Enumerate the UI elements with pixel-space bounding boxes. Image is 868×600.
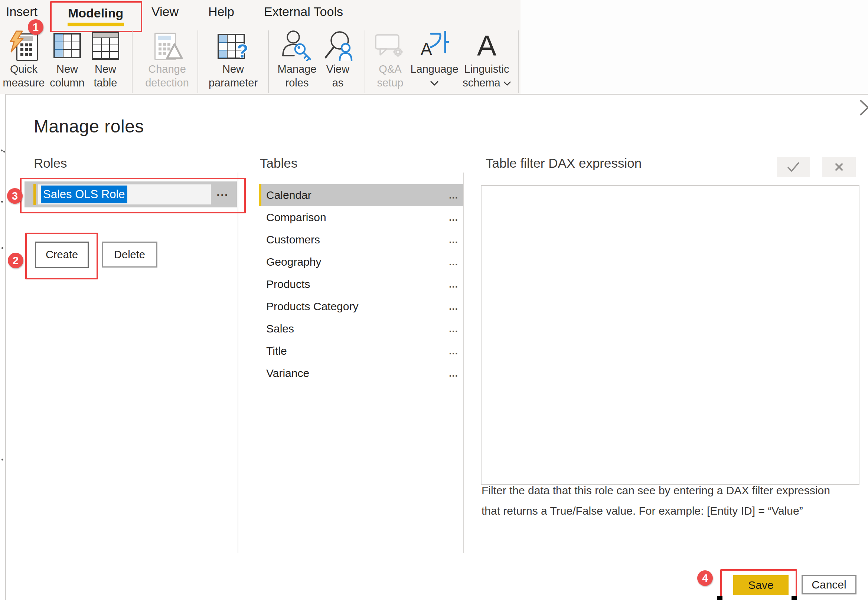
table-options-ellipsis-icon[interactable]: ... bbox=[449, 212, 458, 223]
view-as-button[interactable]: Viewas bbox=[308, 29, 367, 90]
new-table-icon bbox=[92, 29, 119, 62]
cancel-button[interactable]: Cancel bbox=[801, 575, 856, 594]
table-row-item[interactable]: Products Category... bbox=[259, 295, 463, 318]
table-options-ellipsis-icon[interactable]: ... bbox=[449, 256, 458, 268]
annotation-step-1: 1 bbox=[28, 19, 43, 35]
dax-expression-textarea[interactable] bbox=[481, 185, 859, 485]
check-icon bbox=[787, 162, 800, 172]
change-detection-button: Changedetection bbox=[137, 29, 197, 90]
tab-view[interactable]: View bbox=[152, 5, 179, 19]
annotation-handle bbox=[717, 596, 722, 600]
screenshot-artifact-dot bbox=[3, 151, 5, 153]
ribbon-end-area bbox=[520, 0, 868, 94]
annotation-handle bbox=[792, 596, 797, 600]
delete-button[interactable]: Delete bbox=[102, 242, 158, 268]
table-row-item[interactable]: Products... bbox=[259, 273, 463, 295]
annotation-step-4: 4 bbox=[697, 570, 713, 586]
ribbon-separator bbox=[518, 30, 519, 93]
qa-setup-icon bbox=[374, 29, 406, 62]
table-row-item[interactable]: Comparison... bbox=[259, 206, 463, 229]
powerbi-manage-roles-screen: Insert Modeling View Help External Tools bbox=[0, 0, 868, 600]
ribbon-separator bbox=[197, 30, 198, 93]
annotation-step-2: 2 bbox=[8, 253, 23, 268]
ribbon: Insert Modeling View Help External Tools bbox=[0, 0, 868, 94]
dax-helper-line2: that returns a True/False value. For exa… bbox=[481, 505, 803, 517]
table-options-ellipsis-icon[interactable]: ... bbox=[449, 345, 458, 357]
table-name-label: Variance bbox=[266, 367, 309, 380]
screenshot-artifact-dot bbox=[1, 150, 3, 152]
table-options-ellipsis-icon[interactable]: ... bbox=[449, 279, 458, 290]
table-name-label: Title bbox=[266, 345, 287, 357]
table-row-item[interactable]: Title... bbox=[259, 340, 463, 362]
table-row-item[interactable]: Sales... bbox=[259, 318, 463, 340]
table-options-ellipsis-icon[interactable]: ... bbox=[449, 323, 458, 335]
linguistic-schema-button[interactable]: A Linguistic schema bbox=[457, 29, 516, 90]
dialog-title: Manage roles bbox=[34, 116, 144, 136]
table-row-item[interactable]: Calendar... bbox=[259, 184, 463, 206]
chevron-down-icon bbox=[504, 81, 511, 86]
chevron-down-icon bbox=[430, 81, 439, 86]
column-divider bbox=[238, 173, 238, 553]
table-row-item[interactable]: Variance... bbox=[259, 362, 463, 385]
view-as-icon bbox=[323, 29, 353, 62]
table-name-label: Comparison bbox=[266, 211, 326, 224]
active-tab-underline bbox=[68, 23, 124, 26]
screenshot-artifact-dot bbox=[1, 201, 3, 203]
table-name-label: Products bbox=[266, 278, 310, 291]
table-row-item[interactable]: Customers... bbox=[259, 229, 463, 251]
table-options-ellipsis-icon[interactable]: ... bbox=[449, 368, 458, 379]
annotation-step-3: 3 bbox=[7, 188, 23, 204]
roles-header: Roles bbox=[34, 156, 67, 171]
screenshot-artifact-dot bbox=[2, 459, 3, 461]
screenshot-artifact-dot bbox=[2, 247, 3, 249]
table-name-label: Sales bbox=[266, 323, 294, 335]
column-divider bbox=[463, 173, 464, 553]
dax-discard-button[interactable] bbox=[822, 157, 856, 177]
table-name-label: Customers bbox=[266, 233, 320, 246]
language-icon: A bbox=[419, 29, 450, 62]
tables-list: Calendar...Comparison...Customers...Geog… bbox=[259, 184, 463, 385]
table-options-ellipsis-icon[interactable]: ... bbox=[449, 234, 458, 245]
dax-confirm-button[interactable] bbox=[777, 157, 810, 177]
x-icon bbox=[835, 163, 843, 171]
language-button[interactable]: A Language bbox=[405, 29, 464, 90]
tab-external-tools[interactable]: External Tools bbox=[264, 5, 343, 19]
table-options-ellipsis-icon[interactable]: ... bbox=[449, 189, 458, 201]
annotation-box-create bbox=[25, 233, 98, 279]
tab-insert[interactable]: Insert bbox=[6, 5, 38, 19]
table-row-item[interactable]: Geography... bbox=[259, 251, 463, 273]
new-table-button[interactable]: Newtable bbox=[76, 29, 135, 90]
tab-help[interactable]: Help bbox=[208, 5, 234, 19]
table-options-ellipsis-icon[interactable]: ... bbox=[449, 301, 458, 312]
dax-header: Table filter DAX expression bbox=[486, 156, 642, 171]
dax-helper-line1: Filter the data that this role can see b… bbox=[481, 484, 830, 497]
annotation-box-save bbox=[720, 569, 797, 600]
table-name-label: Products Category bbox=[266, 300, 358, 313]
new-parameter-icon: ? bbox=[216, 29, 250, 62]
tables-header: Tables bbox=[260, 156, 297, 171]
table-name-label: Calendar bbox=[266, 189, 311, 202]
manage-roles-dialog: Manage roles Roles Tables Table filter D… bbox=[5, 94, 868, 600]
tab-modeling[interactable]: Modeling bbox=[68, 6, 123, 20]
chevron-right-icon[interactable] bbox=[860, 100, 868, 115]
new-parameter-button[interactable]: ? Newparameter bbox=[203, 29, 263, 90]
annotation-box-role bbox=[20, 178, 246, 214]
table-name-label: Geography bbox=[266, 256, 321, 268]
annotation-box-modeling: Modeling bbox=[50, 1, 142, 32]
change-detection-icon bbox=[152, 29, 183, 62]
linguistic-schema-icon: A bbox=[477, 29, 496, 62]
